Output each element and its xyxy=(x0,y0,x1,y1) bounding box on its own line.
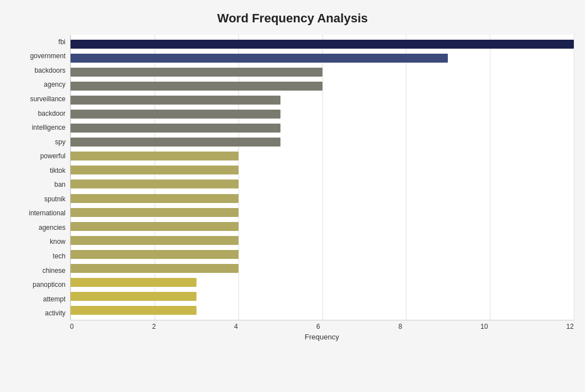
bar-row xyxy=(71,263,574,274)
bar xyxy=(71,96,280,105)
x-axis-label: Frequency xyxy=(70,333,574,341)
bar-row xyxy=(71,95,574,106)
bar xyxy=(71,152,238,160)
chart-title: Word Frequency Analysis xyxy=(11,11,574,26)
bar xyxy=(71,264,238,273)
x-tick-label: 8 xyxy=(399,323,403,330)
y-axis-label: sputnik xyxy=(44,196,65,202)
x-tick-label: 4 xyxy=(234,323,238,330)
y-axis-label: backdoor xyxy=(38,110,65,117)
bar-row xyxy=(71,150,574,162)
bar-row xyxy=(71,235,574,246)
y-axis-label: tech xyxy=(53,253,65,259)
bar-row xyxy=(71,108,574,120)
bar-row xyxy=(71,67,574,78)
y-axis-label: attempt xyxy=(43,296,65,303)
x-tick-label: 0 xyxy=(70,323,74,330)
bar xyxy=(71,54,448,63)
bar-row xyxy=(71,53,574,64)
bar xyxy=(71,138,280,147)
y-axis: fbigovernmentbackdoorsagencysurveillance… xyxy=(11,35,70,320)
y-axis-label: activity xyxy=(45,310,65,317)
bar-row xyxy=(71,305,574,316)
x-tick-label: 10 xyxy=(480,323,488,330)
bar-row xyxy=(71,249,574,260)
plot-area xyxy=(70,35,574,320)
bar xyxy=(71,82,322,91)
bar-row xyxy=(71,81,574,92)
y-axis-label: intelligence xyxy=(32,124,65,131)
bar-row xyxy=(71,122,574,134)
bar-row xyxy=(71,277,574,288)
bar xyxy=(71,222,238,231)
bar-row xyxy=(71,136,574,148)
y-axis-label: fbi xyxy=(58,39,65,45)
bar xyxy=(71,110,280,119)
x-tick-label: 6 xyxy=(316,323,320,330)
y-axis-label: powerful xyxy=(40,153,65,159)
bar-row xyxy=(71,39,574,50)
y-axis-label: spy xyxy=(55,139,65,145)
bar xyxy=(71,236,238,245)
y-axis-label: surveillance xyxy=(30,96,65,102)
y-axis-label: know xyxy=(50,238,65,245)
bar-row xyxy=(71,178,574,190)
bar xyxy=(71,250,238,259)
bar xyxy=(71,208,238,217)
bar-row xyxy=(71,291,574,302)
bar xyxy=(71,194,238,203)
bar xyxy=(71,124,280,133)
y-axis-label: agency xyxy=(44,81,65,88)
bar xyxy=(71,166,238,174)
y-axis-label: ban xyxy=(54,181,65,188)
bar-row xyxy=(71,164,574,176)
bar-row xyxy=(71,207,574,218)
x-axis: 024681012 xyxy=(70,320,574,330)
y-axis-label: panopticon xyxy=(32,281,65,288)
bars-container xyxy=(71,35,574,320)
chart-container: Word Frequency Analysis fbigovernmentbac… xyxy=(0,0,585,392)
grid-line xyxy=(574,35,574,320)
bar xyxy=(71,40,574,49)
y-axis-label: chinese xyxy=(43,267,65,274)
y-axis-label: government xyxy=(30,53,65,59)
y-axis-label: international xyxy=(29,210,65,216)
bar xyxy=(71,68,322,77)
bar xyxy=(71,278,196,287)
y-axis-label: agencies xyxy=(39,224,65,231)
bar xyxy=(71,292,196,301)
chart-area: fbigovernmentbackdoorsagencysurveillance… xyxy=(11,35,574,320)
bar xyxy=(71,306,196,315)
x-tick-label: 2 xyxy=(152,323,156,330)
bar-row xyxy=(71,221,574,232)
y-axis-label: backdoors xyxy=(35,67,65,74)
bar-row xyxy=(71,193,574,204)
x-tick-label: 12 xyxy=(567,323,574,330)
bar xyxy=(71,180,238,188)
y-axis-label: tiktok xyxy=(50,167,65,174)
